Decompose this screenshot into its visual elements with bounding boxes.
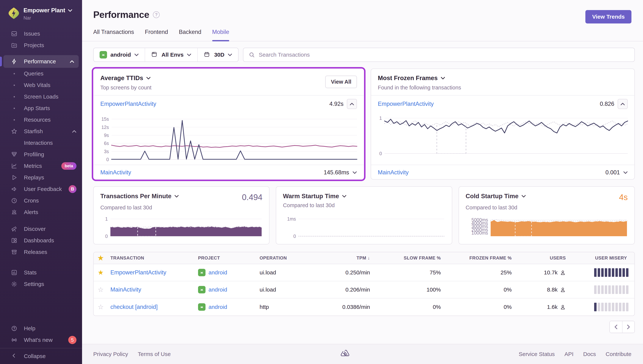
sidebar-item-stats[interactable]: Stats xyxy=(0,267,82,278)
tpm-panel: Transactions Per Minute 0.494 Compared t… xyxy=(93,186,269,244)
sidebar-item-resources[interactable]: Resources xyxy=(0,114,82,126)
transactions-table: ★ TRANSACTION PROJECT OPERATION TPM ↓ SL… xyxy=(93,252,635,316)
tpm-title-dropdown[interactable]: Transactions Per Minute xyxy=(100,192,179,200)
transaction-link[interactable]: MainActivity xyxy=(110,286,141,293)
sidebar-item-web-vitals[interactable]: Web Vitals xyxy=(0,79,82,91)
svg-text:0: 0 xyxy=(293,234,296,239)
previous-page-button[interactable] xyxy=(610,321,622,333)
environment-filter[interactable]: All Envs xyxy=(145,48,197,62)
col-slow-frame[interactable]: SLOW FRAME % xyxy=(373,256,443,260)
sidebar-item-screen-loads[interactable]: Screen Loads xyxy=(0,91,82,102)
cold-title-dropdown[interactable]: Cold Startup Time xyxy=(466,192,526,200)
play-icon xyxy=(11,174,18,181)
view-all-button[interactable]: View All xyxy=(325,76,357,88)
chevron-down-icon xyxy=(134,54,139,56)
tab-all-transactions[interactable]: All Transactions xyxy=(93,29,134,41)
tab-mobile[interactable]: Mobile xyxy=(212,29,229,41)
ttids-chart: 15s12s9s6s3s0 xyxy=(96,113,358,163)
docs-link[interactable]: Docs xyxy=(583,351,596,357)
api-link[interactable]: API xyxy=(564,351,573,357)
transaction-link[interactable]: MainActivity xyxy=(378,169,409,176)
sidebar-item-app-starts[interactable]: App Starts xyxy=(0,102,82,114)
sidebar-item-projects[interactable]: Projects xyxy=(0,40,82,51)
sidebar-item-starfish[interactable]: Starfish xyxy=(0,126,82,137)
date-range-filter[interactable]: 30D xyxy=(197,48,238,62)
sidebar-item-settings[interactable]: Settings xyxy=(0,278,82,290)
star-toggle[interactable]: ☆ xyxy=(94,303,108,311)
help-tooltip-icon[interactable]: ? xyxy=(153,11,160,18)
archive-icon xyxy=(11,249,18,256)
sidebar-item-user-feedback[interactable]: User Feedback B xyxy=(0,183,82,195)
cold-startup-panel: Cold Startup Time 4s Compared to last 30… xyxy=(459,186,635,244)
project-filter[interactable]: android xyxy=(94,48,145,62)
sidebar-item-releases[interactable]: Releases xyxy=(0,246,82,258)
sidebar-item-help[interactable]: Help xyxy=(0,323,82,334)
org-subtitle: Nar xyxy=(24,15,72,21)
transaction-link[interactable]: MainActivity xyxy=(100,169,131,176)
transaction-link[interactable]: EmpowerPlantActivity xyxy=(100,100,156,107)
sidebar-item-profiling[interactable]: Profiling xyxy=(0,149,82,160)
expand-button[interactable] xyxy=(623,171,628,174)
contribute-link[interactable]: Contribute xyxy=(606,351,631,357)
collapse-button[interactable] xyxy=(347,99,357,109)
terms-of-use-link[interactable]: Terms of Use xyxy=(138,351,171,357)
star-toggle[interactable]: ☆ xyxy=(94,286,108,294)
view-trends-button[interactable]: View Trends xyxy=(585,10,631,24)
project-link[interactable]: android xyxy=(195,303,257,311)
transaction-link[interactable]: EmpowerPlantActivity xyxy=(378,100,434,107)
tab-frontend[interactable]: Frontend xyxy=(145,29,168,41)
svg-text:9s: 9s xyxy=(104,133,109,138)
tab-backend[interactable]: Backend xyxy=(179,29,201,41)
star-toggle[interactable]: ★ xyxy=(94,268,108,276)
bullet-icon xyxy=(14,73,15,74)
sidebar-item-whats-new[interactable]: What's new 5 xyxy=(0,334,82,346)
sidebar: Empower Plant Nar Issues Projects Perfor… xyxy=(0,0,82,364)
col-user-misery[interactable]: USER MISERY xyxy=(568,256,634,260)
col-transaction[interactable]: TRANSACTION xyxy=(108,256,195,260)
sidebar-item-alerts[interactable]: Alerts xyxy=(0,206,82,218)
operation-value: http xyxy=(257,304,317,310)
collapse-button[interactable] xyxy=(618,99,628,109)
transaction-link[interactable]: checkout [android] xyxy=(110,304,158,310)
sidebar-item-discover[interactable]: Discover xyxy=(0,223,82,235)
sidebar-collapse-button[interactable]: Collapse xyxy=(0,348,82,364)
col-frozen-frame[interactable]: FROZEN FRAME % xyxy=(443,256,514,260)
bullet-icon xyxy=(14,119,15,120)
chevron-up-icon xyxy=(72,130,77,133)
org-avatar xyxy=(8,7,20,19)
project-link[interactable]: android xyxy=(195,269,257,276)
warm-startup-panel: Warm Startup Time Compared to last 30d 1… xyxy=(276,186,452,244)
sidebar-item-interactions[interactable]: Interactions xyxy=(0,137,82,149)
frozen-subtitle: Found in the following transactions xyxy=(378,84,461,91)
next-page-button[interactable] xyxy=(622,321,634,333)
frozen-frame-value: 0% xyxy=(443,304,514,310)
col-tpm-sorted[interactable]: TPM ↓ xyxy=(317,256,373,260)
issues-icon xyxy=(11,30,18,37)
svg-text:1000ms: 1000ms xyxy=(471,230,488,236)
privacy-policy-link[interactable]: Privacy Policy xyxy=(93,351,128,357)
warm-title-dropdown[interactable]: Warm Startup Time xyxy=(283,192,347,200)
user-misery-bars xyxy=(568,268,634,277)
sidebar-item-crons[interactable]: Crons xyxy=(0,195,82,206)
service-status-link[interactable]: Service Status xyxy=(519,351,555,357)
expand-button[interactable] xyxy=(353,171,357,174)
frozen-title-dropdown[interactable]: Most Frozen Frames xyxy=(378,74,461,82)
sidebar-item-issues[interactable]: Issues xyxy=(0,28,82,40)
calendar-icon xyxy=(204,51,211,58)
ttids-title-dropdown[interactable]: Average TTIDs xyxy=(100,74,151,82)
col-operation[interactable]: OPERATION xyxy=(257,256,317,260)
cold-startup-chart: 5000ms4000ms3000ms2000ms1000ms xyxy=(465,215,628,239)
ttids-subtitle: Top screens by count xyxy=(100,84,151,91)
org-switcher[interactable]: Empower Plant Nar xyxy=(0,0,82,28)
col-project[interactable]: PROJECT xyxy=(195,256,257,260)
sidebar-item-performance[interactable]: Performance xyxy=(3,55,79,68)
sidebar-item-queries[interactable]: Queries xyxy=(0,68,82,79)
search-input[interactable] xyxy=(259,52,629,58)
project-link[interactable]: android xyxy=(195,286,257,294)
transaction-link[interactable]: EmpowerPlantActivity xyxy=(110,269,166,276)
col-users[interactable]: USERS xyxy=(514,256,568,260)
sidebar-item-metrics[interactable]: Metrics beta xyxy=(0,160,82,172)
most-frozen-frames-panel: Most Frozen Frames Found in the followin… xyxy=(371,68,635,180)
sidebar-item-replays[interactable]: Replays xyxy=(0,172,82,183)
sidebar-item-dashboards[interactable]: Dashboards xyxy=(0,235,82,246)
